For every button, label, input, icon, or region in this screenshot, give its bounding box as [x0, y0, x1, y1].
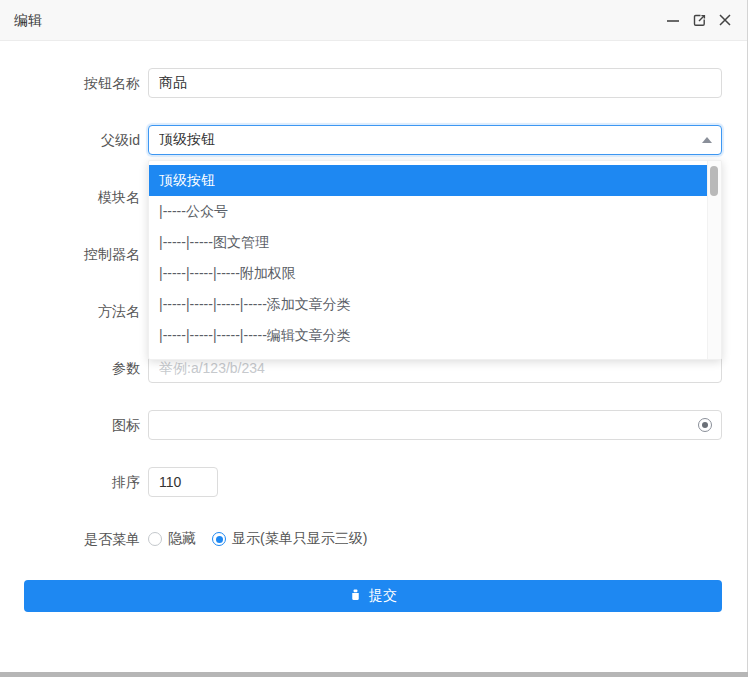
is-menu-radio-group: 隐藏 显示(菜单只显示三级)	[148, 524, 367, 554]
field-label-sort: 排序	[0, 467, 140, 497]
icon-input[interactable]	[148, 410, 722, 440]
parent-id-dropdown: 顶级按钮 |-----公众号 |-----|-----图文管理 |-----|-…	[148, 160, 722, 360]
dropdown-option[interactable]: |-----|-----|-----|-----添加文章分类	[149, 289, 707, 320]
close-button[interactable]	[712, 7, 738, 33]
field-label-is-menu: 是否菜单	[0, 524, 140, 554]
dropdown-option[interactable]: |-----|-----图文管理	[149, 227, 707, 258]
restore-icon	[692, 13, 707, 28]
dropdown-scrollbar-track	[707, 161, 721, 359]
radio-show-label: 显示(菜单只显示三级)	[232, 530, 367, 548]
dropdown-scrollbar-thumb[interactable]	[710, 166, 718, 196]
arrow-up-icon[interactable]	[702, 137, 712, 143]
dropdown-option[interactable]: |-----|-----|-----|-----编辑文章分类	[149, 320, 707, 351]
button-name-input[interactable]	[148, 68, 722, 98]
sort-input[interactable]	[148, 467, 218, 497]
radio-hide[interactable]: 隐藏	[148, 530, 196, 548]
maximize-button[interactable]	[686, 7, 712, 33]
dropdown-option[interactable]: |-----|-----|-----附加权限	[149, 258, 707, 289]
field-label-params: 参数	[0, 353, 140, 383]
field-label-module-name: 模块名	[0, 182, 140, 212]
field-label-parent-id: 父级id	[0, 125, 140, 155]
submit-button[interactable]: 提交	[24, 580, 722, 612]
dropdown-option[interactable]: 顶级按钮	[149, 165, 707, 196]
field-label-controller-name: 控制器名	[0, 239, 140, 269]
parent-id-select[interactable]	[148, 125, 722, 155]
radio-show[interactable]: 显示(菜单只显示三级)	[212, 530, 367, 548]
minimize-icon	[666, 13, 680, 27]
radio-circle-icon	[148, 532, 162, 546]
dropdown-option[interactable]: |-----公众号	[149, 196, 707, 227]
radio-dot-icon	[212, 532, 226, 546]
field-label-icon: 图标	[0, 410, 140, 440]
field-label-method-name: 方法名	[0, 296, 140, 326]
icon-picker-icon[interactable]	[698, 418, 712, 432]
close-icon	[718, 13, 732, 27]
minimize-button[interactable]	[660, 7, 686, 33]
radio-hide-label: 隐藏	[168, 530, 196, 548]
field-label-button-name: 按钮名称	[0, 68, 140, 98]
window-controls	[660, 0, 738, 40]
submit-label: 提交	[369, 587, 397, 605]
window-bottom-edge	[0, 672, 748, 677]
dialog-title: 编辑	[14, 0, 42, 40]
titlebar: 编辑	[0, 0, 748, 41]
pen-icon	[349, 588, 362, 604]
edit-dialog: 编辑	[0, 0, 748, 677]
